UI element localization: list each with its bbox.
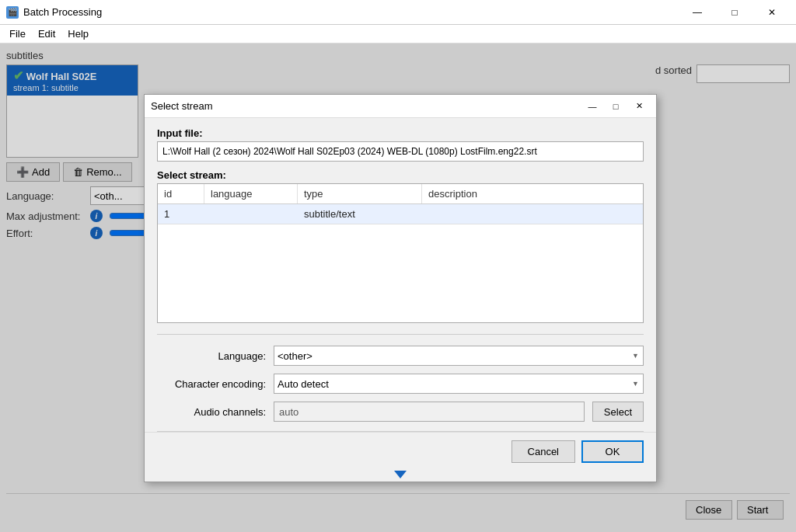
language-select[interactable]: <other> English Russian — [274, 346, 644, 366]
title-bar-controls: — □ ✕ — [679, 0, 790, 25]
menu-help[interactable]: Help — [61, 26, 95, 41]
dialog-maximize-button[interactable]: □ — [605, 97, 627, 116]
cell-type: subtitle/text — [298, 204, 422, 224]
dialog-title-controls: — □ ✕ — [581, 97, 650, 116]
input-file-section: Input file: — [157, 127, 644, 162]
stream-table-header: id language type description — [158, 184, 643, 204]
input-file-field[interactable] — [157, 141, 644, 162]
audio-channels-input[interactable] — [274, 402, 585, 422]
dialog-body: Input file: Select stream: id language t… — [145, 118, 656, 431]
app-icon: 🎬 — [6, 6, 19, 19]
col-description: description — [422, 184, 643, 203]
table-row[interactable]: 1 subtitle/text — [158, 204, 643, 224]
close-button[interactable]: ✕ — [754, 0, 790, 25]
char-encoding-select[interactable]: Auto detect UTF-8 — [274, 374, 644, 394]
language-form-row: Language: <other> English Russian — [157, 346, 644, 366]
char-encoding-label: Character encoding: — [157, 378, 266, 390]
app-title: Batch Processing — [23, 6, 679, 18]
audio-channels-label: Audio channels: — [157, 406, 266, 418]
main-title-bar: 🎬 Batch Processing — □ ✕ — [0, 0, 796, 25]
dialog-title-bar: Select stream — □ ✕ — [145, 95, 656, 118]
col-type: type — [298, 184, 422, 203]
cell-id: 1 — [158, 204, 204, 224]
ok-button[interactable]: OK — [581, 440, 644, 463]
language-select-wrapper: <other> English Russian — [274, 346, 644, 366]
col-id: id — [158, 184, 204, 203]
char-encoding-form-row: Character encoding: Auto detect UTF-8 — [157, 374, 644, 394]
select-button[interactable]: Select — [592, 402, 644, 422]
audio-channels-form-row: Audio channels: Select — [157, 402, 644, 422]
minimize-button[interactable]: — — [679, 0, 715, 25]
menu-file[interactable]: File — [3, 26, 32, 41]
cancel-button[interactable]: Cancel — [511, 440, 575, 463]
select-stream-section: Select stream: id language type descript… — [157, 169, 644, 323]
maximize-button[interactable]: □ — [717, 0, 752, 25]
select-stream-label: Select stream: — [157, 169, 644, 181]
col-language: language — [204, 184, 298, 203]
menu-bar: File Edit Help — [0, 25, 796, 43]
main-content: subtitles ✔ Wolf Hall S02E stream 1: sub… — [0, 43, 796, 532]
stream-table: id language type description 1 subtitle/… — [157, 183, 644, 323]
cell-description — [422, 204, 643, 224]
dialog-language-label: Language: — [157, 350, 266, 362]
char-encoding-select-wrapper: Auto detect UTF-8 — [274, 374, 644, 394]
input-file-label: Input file: — [157, 127, 644, 139]
dialog-close-button[interactable]: ✕ — [628, 97, 650, 116]
cell-language — [204, 204, 298, 224]
dialog-title: Select stream — [151, 100, 581, 112]
scroll-indicator — [394, 471, 407, 478]
dialog-footer: Cancel OK — [145, 432, 656, 471]
dialog-minimize-button[interactable]: — — [581, 97, 603, 116]
menu-edit[interactable]: Edit — [32, 26, 61, 41]
select-stream-dialog: Select stream — □ ✕ Input file: Select s… — [144, 94, 657, 482]
